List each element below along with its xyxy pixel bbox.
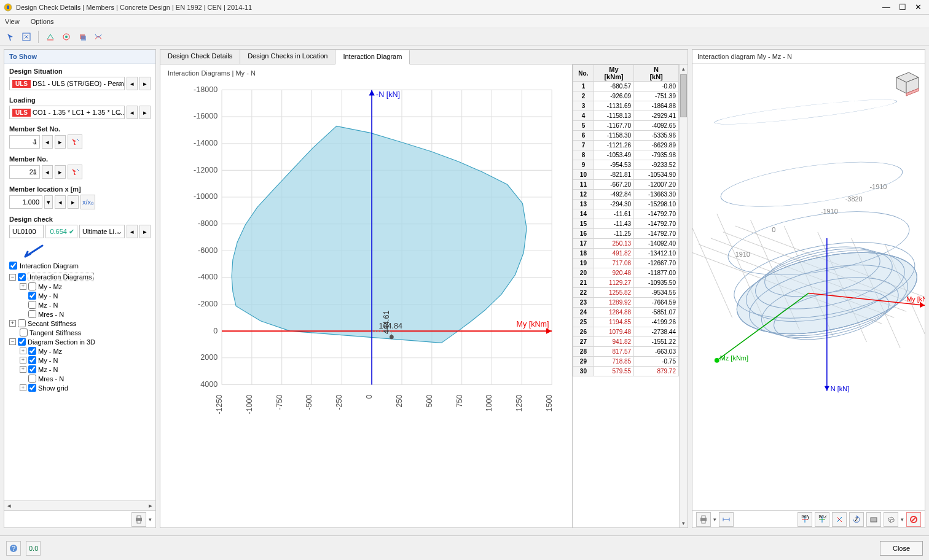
table-row[interactable]: 221255.82-9534.56 [573, 288, 679, 298]
tree-mres-n[interactable]: Mres - N [38, 311, 64, 318]
table-row[interactable]: 8-1053.49-7935.98 [573, 150, 679, 160]
tree-expand-icon[interactable]: + [9, 320, 16, 327]
tree-interaction-diagrams[interactable]: Interaction Diagrams [28, 273, 94, 281]
tree-3d-my-mz[interactable]: My - Mz [38, 348, 62, 355]
maximize-button[interactable]: ☐ [899, 2, 906, 12]
interaction-plot[interactable]: -1250-1000-750-500-250025050075010001250… [173, 83, 566, 420]
stepper-down[interactable]: ▾ [44, 195, 53, 209]
table-row[interactable]: 231289.92-7664.59 [573, 298, 679, 308]
table-row[interactable]: 28817.57-663.03 [573, 347, 679, 357]
view-3-icon[interactable] [76, 30, 89, 44]
tree-my-n[interactable]: My - N [38, 292, 58, 300]
dropdown-caret-icon[interactable]: ▾ [901, 516, 904, 523]
reset-z-icon[interactable]: z [849, 512, 864, 527]
table-row[interactable]: 18491.82-13412.10 [573, 249, 679, 259]
next-button[interactable]: ▸ [139, 225, 151, 238]
minimize-button[interactable]: — [882, 2, 890, 12]
zoom-extent-icon[interactable] [20, 30, 33, 44]
tree-secant[interactable]: Secant Stiffness [28, 320, 76, 327]
table-row[interactable]: 261079.48-2738.44 [573, 327, 679, 337]
prev-button[interactable]: ◂ [42, 135, 53, 149]
tab-design-check-details[interactable]: Design Check Details [160, 50, 240, 64]
tree-cb-my-n[interactable] [28, 292, 36, 300]
view-4-icon[interactable] [92, 30, 105, 44]
next-button[interactable]: ▸ [68, 195, 79, 209]
tab-design-checks-location[interactable]: Design Checks in Location [240, 50, 335, 64]
tree-expand-icon[interactable]: + [20, 283, 26, 290]
scroll-down-icon[interactable]: ▾ [680, 519, 688, 527]
table-row[interactable]: 9-954.53-9233.52 [573, 160, 679, 170]
table-row[interactable]: 241264.88-5851.07 [573, 308, 679, 317]
data-table[interactable]: No. My[kNm] N[kN] 1-680.57-0.802-926.09-… [573, 64, 679, 527]
prev-button[interactable]: ◂ [42, 165, 53, 179]
table-row[interactable]: 14-11.61-14792.70 [573, 209, 679, 219]
tree-cb-mres-n[interactable] [28, 310, 36, 318]
tree-3d[interactable]: Diagram Section in 3D [28, 338, 95, 346]
tree-cb-tangent[interactable] [20, 329, 28, 336]
print-icon[interactable] [131, 512, 146, 527]
menu-view[interactable]: View [5, 18, 20, 25]
next-button[interactable]: ▸ [55, 165, 66, 179]
prev-button[interactable]: ◂ [127, 77, 138, 90]
pick-member-icon[interactable] [68, 165, 82, 179]
axis-my-icon[interactable]: My [798, 512, 812, 527]
next-button[interactable]: ▸ [55, 135, 66, 149]
next-button[interactable]: ▸ [139, 106, 151, 119]
tree-expand-icon[interactable]: + [20, 357, 26, 364]
axis-n-icon[interactable] [832, 512, 847, 527]
tree-3d-my-n[interactable]: My - N [38, 357, 58, 364]
tree-expand-icon[interactable]: + [20, 366, 26, 373]
tree-cb-my-mz[interactable] [28, 282, 36, 290]
table-row[interactable]: 2-926.09-751.39 [573, 91, 679, 101]
tree-cb-secant[interactable] [18, 319, 26, 327]
table-row[interactable]: 1-680.57-0.80 [573, 82, 679, 91]
cursor-icon[interactable] [4, 30, 17, 44]
tree-my-mz[interactable]: My - Mz [38, 283, 62, 290]
wireframe-icon[interactable] [884, 512, 898, 527]
close-button[interactable]: Close [880, 541, 923, 556]
scroll-right-icon[interactable]: ▸ [146, 502, 155, 510]
table-row[interactable]: 251194.85-4199.26 [573, 317, 679, 327]
table-row[interactable]: 7-1121.26-6629.89 [573, 141, 679, 150]
tree-expand-icon[interactable]: + [20, 348, 26, 354]
tree-cb-show-grid[interactable] [28, 384, 36, 392]
member-loc-input[interactable] [9, 195, 42, 209]
tree-tangent[interactable]: Tangent Stiffness [29, 329, 81, 336]
table-row[interactable]: 3-1131.69-1864.88 [573, 101, 679, 111]
table-row[interactable]: 13-294.30-15298.10 [573, 200, 679, 209]
cancel-icon[interactable] [906, 512, 921, 527]
tree-3d-mz-n[interactable]: Mz - N [38, 366, 58, 373]
tree-show-grid[interactable]: Show grid [38, 384, 68, 392]
table-row[interactable]: 11-667.20-12007.20 [573, 180, 679, 190]
tree-cb-3d-mz-n[interactable] [28, 365, 36, 373]
prev-button[interactable]: ◂ [127, 106, 138, 119]
close-window-button[interactable]: ✕ [915, 2, 922, 12]
table-row[interactable]: 17250.13-14092.40 [573, 239, 679, 249]
tree-cb-mz-n[interactable] [28, 301, 36, 309]
tree-expand-icon[interactable]: + [20, 384, 26, 391]
table-row[interactable]: 12-492.84-13663.30 [573, 190, 679, 200]
tree-cb-3d[interactable] [18, 338, 26, 346]
dropdown-caret-icon[interactable]: ▾ [713, 516, 716, 523]
menu-options[interactable]: Options [31, 18, 54, 25]
table-row[interactable]: 29718.85-0.75 [573, 357, 679, 367]
dimension-icon[interactable] [719, 512, 734, 527]
tree-cb-3d-my-n[interactable] [28, 356, 36, 364]
table-row[interactable]: 211129.27-10935.50 [573, 278, 679, 288]
table-row[interactable]: 16-11.25-14792.70 [573, 229, 679, 239]
tree-collapse-icon[interactable]: − [9, 338, 16, 345]
table-row[interactable]: 20920.48-11877.00 [573, 268, 679, 278]
table-row[interactable]: 10-821.81-10534.90 [573, 170, 679, 180]
member-no-dropdown[interactable]: 21 ⌵ [9, 165, 40, 179]
help-icon[interactable]: ? [6, 541, 21, 556]
shade-icon[interactable] [866, 512, 881, 527]
table-row[interactable]: 15-11.43-14792.70 [573, 219, 679, 229]
tree-mz-n[interactable]: Mz - N [38, 301, 58, 309]
prev-button[interactable]: ◂ [55, 195, 66, 209]
tree-cb-3d-my-mz[interactable] [28, 347, 36, 355]
scroll-thumb[interactable] [680, 74, 687, 117]
tab-interaction-diagram[interactable]: Interaction Diagram [335, 50, 410, 64]
member-set-dropdown[interactable]: 1 ⌵ [9, 135, 40, 149]
interaction-diagram-checkbox[interactable] [9, 262, 17, 270]
tree-collapse-icon[interactable]: − [9, 274, 16, 281]
